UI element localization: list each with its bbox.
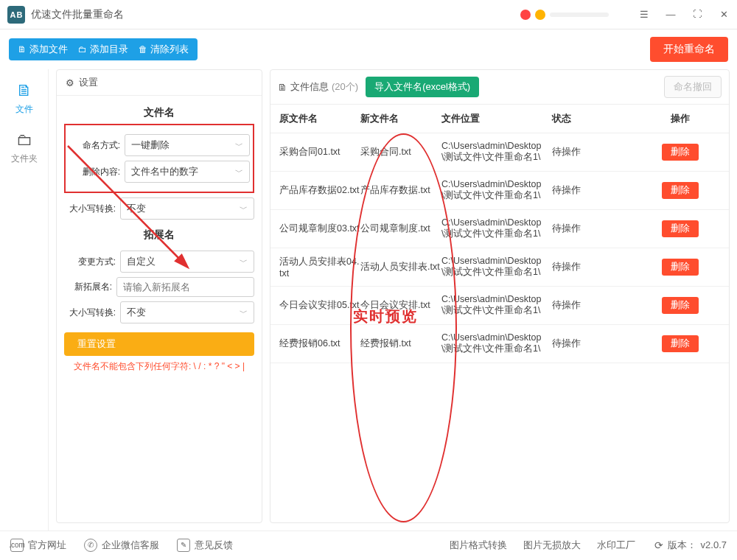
fileinfo-header-label: 文件信息 (290, 80, 329, 94)
cell-op: 删除 (640, 144, 720, 161)
delete-row-button[interactable]: 删除 (662, 144, 699, 161)
chevron-down-icon: ﹀ (240, 256, 248, 267)
version-value: v2.0.7 (701, 539, 727, 550)
toolbar-wrap: 🗎添加文件 🗀添加目录 🗑清除列表 开始重命名 (0, 29, 737, 69)
close-icon[interactable]: ✕ (718, 9, 730, 20)
fileinfo-panel: 🗎 文件信息 (20个) 导入文件名(excel格式) 命名撤回 原文件名 新文… (270, 69, 730, 523)
table-row: 今日会议安排05.txt今日会议安排.txtC:\Users\admin\Des… (270, 287, 729, 325)
settings-header: ⚙ 设置 (57, 70, 262, 96)
delete-row-button[interactable]: 删除 (662, 182, 699, 199)
add-file-button[interactable]: 🗎添加文件 (18, 43, 68, 56)
settings-header-label: 设置 (79, 76, 98, 89)
select-case-value: 不变 (127, 202, 146, 215)
cell-orig: 采购合同01.txt (279, 146, 360, 158)
table-header: 原文件名 新文件名 文件位置 状态 操作 (270, 105, 729, 133)
img-zoom-link[interactable]: 图片无损放大 (523, 539, 581, 552)
select-delete-content[interactable]: 文件名中的数字 ﹀ (125, 161, 250, 183)
toolbar: 🗎添加文件 🗀添加目录 🗑清除列表 (9, 38, 198, 60)
rail-item-files[interactable]: 🗎 文件 (0, 74, 48, 123)
table-row: 公司规章制度03.txt公司规章制度.txtC:\Users\admin\Des… (270, 210, 729, 248)
col-original: 原文件名 (279, 112, 360, 125)
rail-item-label: 文件夹 (11, 153, 38, 164)
table-body[interactable]: 实时预览 采购合同01.txt采购合同.txtC:\Users\admin\De… (270, 133, 729, 522)
select-case2-value: 不变 (127, 306, 146, 319)
delete-row-button[interactable]: 删除 (662, 220, 699, 237)
col-status: 状态 (552, 112, 640, 125)
cell-new: 今日会议安排.txt (360, 299, 441, 312)
app-logo-icon: A B (7, 6, 25, 24)
menu-icon[interactable]: ☰ (638, 9, 650, 20)
col-op: 操作 (640, 112, 720, 125)
cell-op: 删除 (640, 297, 720, 314)
select-method[interactable]: 一键删除 ﹀ (125, 134, 250, 156)
cell-status: 待操作 (552, 184, 640, 197)
cell-status: 待操作 (552, 299, 640, 312)
delete-row-button[interactable]: 删除 (662, 297, 699, 314)
table-row: 采购合同01.txt采购合同.txtC:\Users\admin\Desktop… (270, 133, 729, 172)
select-method-value: 一键删除 (131, 139, 170, 152)
delete-row-button[interactable]: 删除 (662, 259, 699, 276)
delete-row-button[interactable]: 删除 (662, 335, 699, 352)
maximize-icon[interactable]: ⛶ (691, 9, 703, 20)
folder-icon: 🗀 (0, 130, 48, 150)
cell-status: 待操作 (552, 337, 640, 350)
cell-status: 待操作 (552, 223, 640, 235)
cell-op: 删除 (640, 335, 720, 352)
trash-icon: 🗑 (139, 44, 147, 55)
globe-icon: .com (10, 539, 24, 552)
select-changeway[interactable]: 自定义 ﹀ (120, 251, 254, 273)
fileinfo-header-count: (20个) (332, 80, 358, 94)
section-ext-title: 拓展名 (64, 224, 254, 246)
status-dot-red-icon (520, 10, 531, 20)
input-newext[interactable] (116, 277, 254, 297)
cell-op: 删除 (640, 220, 720, 237)
cell-orig: 产品库存数据02.txt (279, 184, 360, 197)
user-placeholder (550, 13, 609, 17)
note-icon: ✎ (177, 539, 190, 552)
img-convert-link[interactable]: 图片格式转换 (450, 539, 507, 552)
file-plus-icon: 🗎 (18, 44, 27, 55)
cell-new: 活动人员安排表.txt (360, 261, 441, 273)
user-strip (520, 10, 609, 20)
cell-status: 待操作 (552, 146, 640, 158)
cell-path: C:\Users\admin\Desktop\测试文件\文件重命名1\ (441, 294, 552, 317)
cell-orig: 活动人员安排表04.txt (279, 256, 360, 279)
import-excel-button[interactable]: 导入文件名(excel格式) (366, 77, 479, 97)
minimize-icon[interactable]: — (665, 9, 677, 20)
cell-path: C:\Users\admin\Desktop\测试文件\文件重命名1\ (441, 256, 552, 279)
undo-rename-button[interactable]: 命名撤回 (664, 76, 722, 98)
clear-list-button[interactable]: 🗑清除列表 (139, 43, 189, 56)
label-changeway: 变更方式: (64, 256, 116, 268)
col-path: 文件位置 (441, 112, 552, 125)
select-case2[interactable]: 不变 ﹀ (120, 301, 254, 323)
rail-item-label: 文件 (15, 104, 33, 114)
rail-item-folders[interactable]: 🗀 文件夹 (0, 123, 48, 172)
filename-warning: 文件名不能包含下列任何字符: \ / : * ? " < > | (64, 360, 254, 373)
chevron-down-icon: ﹀ (240, 307, 248, 318)
version-info[interactable]: ⟳ 版本： v2.0.7 (654, 539, 727, 552)
cell-status: 待操作 (552, 261, 640, 273)
label-case: 大小写转换: (64, 203, 116, 215)
fileinfo-header: 🗎 文件信息 (20个) (278, 80, 358, 94)
cell-path: C:\Users\admin\Desktop\测试文件\文件重命名1\ (441, 332, 552, 355)
table-row: 产品库存数据02.txt产品库存数据.txtC:\Users\admin\Des… (270, 172, 729, 210)
wecom-support-link[interactable]: ✆企业微信客服 (84, 539, 159, 552)
feedback-link[interactable]: ✎意见反馈 (177, 539, 233, 552)
chat-icon: ✆ (84, 539, 97, 552)
chevron-down-icon: ﹀ (240, 203, 248, 214)
watermark-link[interactable]: 水印工厂 (597, 539, 635, 552)
cell-new: 公司规章制度.txt (360, 223, 441, 235)
chevron-down-icon: ﹀ (235, 140, 243, 151)
chevron-down-icon: ﹀ (235, 167, 243, 178)
reset-button[interactable]: 重置设置 (64, 332, 254, 356)
table-row: 经费报销06.txt经费报销.txtC:\Users\admin\Desktop… (270, 325, 729, 363)
highlight-box: 命名方式: 一键删除 ﹀ 删除内容: 文件名中的数字 ﹀ (64, 124, 254, 193)
refresh-icon: ⟳ (654, 539, 663, 551)
start-rename-button[interactable]: 开始重命名 (650, 37, 728, 62)
add-dir-button[interactable]: 🗀添加目录 (78, 43, 128, 56)
status-dot-yellow-icon (535, 10, 545, 20)
select-changeway-value: 自定义 (127, 255, 156, 268)
official-site-link[interactable]: .com官方网址 (10, 539, 66, 552)
select-case[interactable]: 不变 ﹀ (120, 197, 254, 220)
label-delete-content: 删除内容: (69, 166, 120, 178)
